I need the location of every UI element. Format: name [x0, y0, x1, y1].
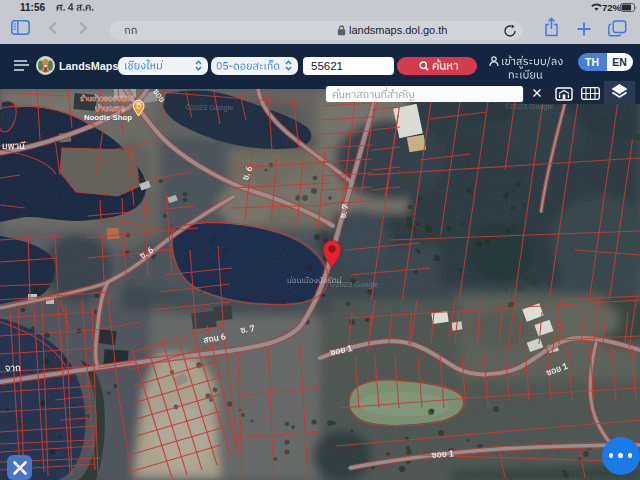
svg-text:©2023 Google: ©2023 Google	[330, 280, 378, 289]
svg-text:©2023 Google: ©2023 Google	[185, 103, 233, 112]
svg-text:Noodle Shop: Noodle Shop	[84, 113, 132, 122]
